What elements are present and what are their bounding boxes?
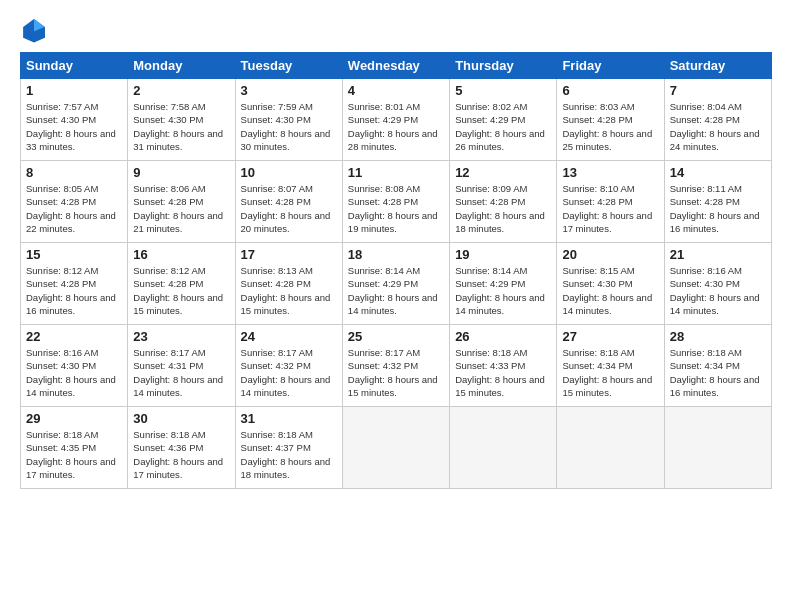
- calendar-cell: 10 Sunrise: 8:07 AMSunset: 4:28 PMDaylig…: [235, 161, 342, 243]
- logo: [20, 16, 52, 44]
- day-info: Sunrise: 7:59 AMSunset: 4:30 PMDaylight:…: [241, 101, 331, 152]
- day-number: 7: [670, 83, 766, 98]
- calendar-cell: 13 Sunrise: 8:10 AMSunset: 4:28 PMDaylig…: [557, 161, 664, 243]
- day-number: 10: [241, 165, 337, 180]
- weekday-thursday: Thursday: [450, 53, 557, 79]
- calendar-cell: 8 Sunrise: 8:05 AMSunset: 4:28 PMDayligh…: [21, 161, 128, 243]
- calendar-cell: [664, 407, 771, 489]
- day-info: Sunrise: 8:07 AMSunset: 4:28 PMDaylight:…: [241, 183, 331, 234]
- day-number: 3: [241, 83, 337, 98]
- calendar-cell: 24 Sunrise: 8:17 AMSunset: 4:32 PMDaylig…: [235, 325, 342, 407]
- calendar-cell: 11 Sunrise: 8:08 AMSunset: 4:28 PMDaylig…: [342, 161, 449, 243]
- day-info: Sunrise: 8:18 AMSunset: 4:34 PMDaylight:…: [670, 347, 760, 398]
- calendar-header: SundayMondayTuesdayWednesdayThursdayFrid…: [21, 53, 772, 79]
- calendar-cell: 3 Sunrise: 7:59 AMSunset: 4:30 PMDayligh…: [235, 79, 342, 161]
- day-info: Sunrise: 8:18 AMSunset: 4:37 PMDaylight:…: [241, 429, 331, 480]
- calendar-cell: 27 Sunrise: 8:18 AMSunset: 4:34 PMDaylig…: [557, 325, 664, 407]
- page: SundayMondayTuesdayWednesdayThursdayFrid…: [0, 0, 792, 612]
- calendar-cell: 21 Sunrise: 8:16 AMSunset: 4:30 PMDaylig…: [664, 243, 771, 325]
- day-number: 22: [26, 329, 122, 344]
- calendar-week-4: 22 Sunrise: 8:16 AMSunset: 4:30 PMDaylig…: [21, 325, 772, 407]
- calendar-cell: 31 Sunrise: 8:18 AMSunset: 4:37 PMDaylig…: [235, 407, 342, 489]
- day-number: 5: [455, 83, 551, 98]
- calendar-cell: 17 Sunrise: 8:13 AMSunset: 4:28 PMDaylig…: [235, 243, 342, 325]
- weekday-saturday: Saturday: [664, 53, 771, 79]
- calendar-cell: 6 Sunrise: 8:03 AMSunset: 4:28 PMDayligh…: [557, 79, 664, 161]
- calendar-cell: 7 Sunrise: 8:04 AMSunset: 4:28 PMDayligh…: [664, 79, 771, 161]
- calendar-cell: 12 Sunrise: 8:09 AMSunset: 4:28 PMDaylig…: [450, 161, 557, 243]
- day-number: 2: [133, 83, 229, 98]
- logo-icon: [20, 16, 48, 44]
- day-info: Sunrise: 8:18 AMSunset: 4:34 PMDaylight:…: [562, 347, 652, 398]
- day-number: 6: [562, 83, 658, 98]
- day-info: Sunrise: 8:08 AMSunset: 4:28 PMDaylight:…: [348, 183, 438, 234]
- day-info: Sunrise: 8:02 AMSunset: 4:29 PMDaylight:…: [455, 101, 545, 152]
- calendar-cell: 22 Sunrise: 8:16 AMSunset: 4:30 PMDaylig…: [21, 325, 128, 407]
- calendar-cell: [342, 407, 449, 489]
- calendar-cell: 18 Sunrise: 8:14 AMSunset: 4:29 PMDaylig…: [342, 243, 449, 325]
- day-number: 12: [455, 165, 551, 180]
- day-number: 19: [455, 247, 551, 262]
- day-info: Sunrise: 8:01 AMSunset: 4:29 PMDaylight:…: [348, 101, 438, 152]
- day-info: Sunrise: 8:18 AMSunset: 4:36 PMDaylight:…: [133, 429, 223, 480]
- calendar-cell: 26 Sunrise: 8:18 AMSunset: 4:33 PMDaylig…: [450, 325, 557, 407]
- calendar-cell: 2 Sunrise: 7:58 AMSunset: 4:30 PMDayligh…: [128, 79, 235, 161]
- day-number: 16: [133, 247, 229, 262]
- day-info: Sunrise: 7:57 AMSunset: 4:30 PMDaylight:…: [26, 101, 116, 152]
- day-number: 26: [455, 329, 551, 344]
- weekday-sunday: Sunday: [21, 53, 128, 79]
- calendar-cell: 29 Sunrise: 8:18 AMSunset: 4:35 PMDaylig…: [21, 407, 128, 489]
- day-info: Sunrise: 8:14 AMSunset: 4:29 PMDaylight:…: [455, 265, 545, 316]
- day-number: 13: [562, 165, 658, 180]
- day-info: Sunrise: 8:17 AMSunset: 4:31 PMDaylight:…: [133, 347, 223, 398]
- calendar-cell: 28 Sunrise: 8:18 AMSunset: 4:34 PMDaylig…: [664, 325, 771, 407]
- calendar-cell: 5 Sunrise: 8:02 AMSunset: 4:29 PMDayligh…: [450, 79, 557, 161]
- day-number: 17: [241, 247, 337, 262]
- calendar-week-3: 15 Sunrise: 8:12 AMSunset: 4:28 PMDaylig…: [21, 243, 772, 325]
- day-info: Sunrise: 8:12 AMSunset: 4:28 PMDaylight:…: [26, 265, 116, 316]
- calendar-cell: 1 Sunrise: 7:57 AMSunset: 4:30 PMDayligh…: [21, 79, 128, 161]
- day-info: Sunrise: 8:06 AMSunset: 4:28 PMDaylight:…: [133, 183, 223, 234]
- calendar-week-5: 29 Sunrise: 8:18 AMSunset: 4:35 PMDaylig…: [21, 407, 772, 489]
- day-info: Sunrise: 8:15 AMSunset: 4:30 PMDaylight:…: [562, 265, 652, 316]
- day-number: 23: [133, 329, 229, 344]
- day-info: Sunrise: 8:12 AMSunset: 4:28 PMDaylight:…: [133, 265, 223, 316]
- calendar-cell: [557, 407, 664, 489]
- day-number: 31: [241, 411, 337, 426]
- day-info: Sunrise: 8:05 AMSunset: 4:28 PMDaylight:…: [26, 183, 116, 234]
- day-number: 15: [26, 247, 122, 262]
- calendar-table: SundayMondayTuesdayWednesdayThursdayFrid…: [20, 52, 772, 489]
- header: [20, 16, 772, 44]
- calendar-body: 1 Sunrise: 7:57 AMSunset: 4:30 PMDayligh…: [21, 79, 772, 489]
- calendar-cell: 4 Sunrise: 8:01 AMSunset: 4:29 PMDayligh…: [342, 79, 449, 161]
- calendar-cell: 19 Sunrise: 8:14 AMSunset: 4:29 PMDaylig…: [450, 243, 557, 325]
- day-info: Sunrise: 8:11 AMSunset: 4:28 PMDaylight:…: [670, 183, 760, 234]
- day-info: Sunrise: 8:16 AMSunset: 4:30 PMDaylight:…: [26, 347, 116, 398]
- day-number: 11: [348, 165, 444, 180]
- day-number: 14: [670, 165, 766, 180]
- day-info: Sunrise: 8:09 AMSunset: 4:28 PMDaylight:…: [455, 183, 545, 234]
- calendar-cell: 20 Sunrise: 8:15 AMSunset: 4:30 PMDaylig…: [557, 243, 664, 325]
- calendar-cell: 25 Sunrise: 8:17 AMSunset: 4:32 PMDaylig…: [342, 325, 449, 407]
- day-number: 24: [241, 329, 337, 344]
- weekday-friday: Friday: [557, 53, 664, 79]
- day-info: Sunrise: 8:17 AMSunset: 4:32 PMDaylight:…: [241, 347, 331, 398]
- day-info: Sunrise: 8:16 AMSunset: 4:30 PMDaylight:…: [670, 265, 760, 316]
- weekday-wednesday: Wednesday: [342, 53, 449, 79]
- day-number: 30: [133, 411, 229, 426]
- day-number: 29: [26, 411, 122, 426]
- calendar-cell: 23 Sunrise: 8:17 AMSunset: 4:31 PMDaylig…: [128, 325, 235, 407]
- calendar-cell: [450, 407, 557, 489]
- calendar-week-1: 1 Sunrise: 7:57 AMSunset: 4:30 PMDayligh…: [21, 79, 772, 161]
- day-number: 25: [348, 329, 444, 344]
- weekday-header-row: SundayMondayTuesdayWednesdayThursdayFrid…: [21, 53, 772, 79]
- calendar-cell: 14 Sunrise: 8:11 AMSunset: 4:28 PMDaylig…: [664, 161, 771, 243]
- day-info: Sunrise: 8:18 AMSunset: 4:35 PMDaylight:…: [26, 429, 116, 480]
- day-number: 21: [670, 247, 766, 262]
- day-number: 8: [26, 165, 122, 180]
- calendar-cell: 15 Sunrise: 8:12 AMSunset: 4:28 PMDaylig…: [21, 243, 128, 325]
- day-info: Sunrise: 8:14 AMSunset: 4:29 PMDaylight:…: [348, 265, 438, 316]
- day-number: 4: [348, 83, 444, 98]
- day-info: Sunrise: 8:18 AMSunset: 4:33 PMDaylight:…: [455, 347, 545, 398]
- day-number: 9: [133, 165, 229, 180]
